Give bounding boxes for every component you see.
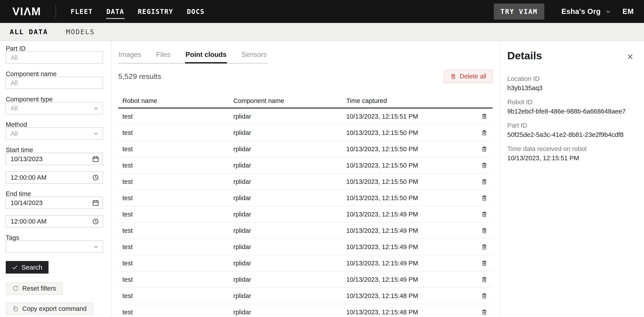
delete-row-button[interactable]: [481, 293, 488, 299]
start-clock-input[interactable]: 12:00:00 AM: [6, 171, 103, 184]
clock-icon[interactable]: [92, 174, 99, 181]
topnav-right: TRY VIAM Esha's Org EM: [494, 3, 634, 20]
data-type-tab[interactable]: Sensors: [241, 47, 267, 63]
delete-row-button[interactable]: [481, 244, 488, 250]
delete-row-button[interactable]: [481, 146, 488, 152]
delete-row-button[interactable]: [481, 260, 488, 267]
cell-robot-name: test: [118, 194, 229, 202]
table-row[interactable]: test rplidar 10/13/2023, 12:15:51 PM: [118, 108, 492, 125]
data-type-tab[interactable]: Images: [118, 47, 142, 63]
subnav-tab[interactable]: MODELS: [66, 28, 94, 36]
chevron-down-icon: [605, 8, 611, 14]
refresh-icon: [12, 286, 18, 292]
avatar[interactable]: EM: [622, 7, 634, 16]
cell-component-name: rplidar: [229, 162, 342, 169]
table-row[interactable]: test rplidar 10/13/2023, 12:15:50 PM: [118, 190, 492, 206]
filter-component-name: Component name: [6, 70, 103, 89]
try-viam-button[interactable]: TRY VIAM: [494, 3, 544, 20]
calendar-icon[interactable]: [92, 156, 99, 162]
trash-icon: [450, 73, 456, 80]
delete-row-button[interactable]: [481, 195, 488, 201]
data-type-tab[interactable]: Point clouds: [185, 47, 227, 63]
results-header: 5,529 results Delete all: [118, 70, 492, 83]
delete-row-button[interactable]: [481, 162, 488, 169]
filter-part-id: Part ID: [6, 45, 103, 64]
table-row[interactable]: test rplidar 10/13/2023, 12:15:48 PM: [118, 288, 492, 304]
cell-component-name: rplidar: [229, 194, 342, 202]
component-type-select[interactable]: All: [6, 102, 103, 114]
end-clock-input[interactable]: 12:00:00 AM: [6, 215, 103, 228]
details-field: Part ID 50f25de2-5a3c-41e2-8b81-23e2f9b4…: [507, 122, 634, 138]
table-row[interactable]: test rplidar 10/13/2023, 12:15:49 PM: [118, 239, 492, 255]
trash-icon: [481, 260, 488, 267]
cell-time-captured: 10/13/2023, 12:15:48 PM: [342, 309, 476, 316]
table-row[interactable]: test rplidar 10/13/2023, 12:15:49 PM: [118, 272, 492, 288]
org-switcher[interactable]: Esha's Org: [562, 7, 611, 16]
details-field: Robot ID 9b12ebcf-bfe8-486e-988b-6a66864…: [507, 98, 634, 115]
close-details-button[interactable]: [626, 53, 634, 60]
cell-component-name: rplidar: [229, 276, 342, 283]
cell-time-captured: 10/13/2023, 12:15:49 PM: [342, 260, 476, 267]
table-row[interactable]: test rplidar 10/13/2023, 12:15:49 PM: [118, 255, 492, 272]
component-name-input[interactable]: [6, 77, 103, 89]
filter-method: Method All: [6, 121, 103, 140]
delete-row-button[interactable]: [481, 211, 488, 218]
start-time-label: Start time: [6, 147, 103, 153]
nav-item[interactable]: FLEET: [70, 4, 93, 19]
trash-icon: [481, 276, 488, 283]
search-button-label: Search: [22, 264, 42, 271]
details-field-value: 50f25de2-5a3c-41e2-8b81-23e2f9b4cdf8: [507, 131, 634, 138]
trash-icon: [481, 129, 488, 136]
cell-robot-name: test: [118, 260, 229, 267]
cell-component-name: rplidar: [229, 227, 342, 234]
delete-row-button[interactable]: [481, 227, 488, 234]
start-time-value: 12:00:00 AM: [10, 174, 46, 181]
chevron-down-icon: [93, 105, 99, 111]
cell-time-captured: 10/13/2023, 12:15:50 PM: [342, 145, 476, 153]
table-row[interactable]: test rplidar 10/13/2023, 12:15:50 PM: [118, 174, 492, 190]
filter-component-type: Component type All: [6, 96, 103, 114]
delete-row-button[interactable]: [481, 129, 488, 136]
cell-time-captured: 10/13/2023, 12:15:49 PM: [342, 276, 476, 283]
cell-robot-name: test: [118, 243, 229, 251]
part-id-input[interactable]: [6, 51, 103, 64]
delete-row-button[interactable]: [481, 113, 488, 120]
part-id-label: Part ID: [6, 45, 103, 52]
table-row[interactable]: test rplidar 10/13/2023, 12:15:50 PM: [118, 141, 492, 157]
clock-icon[interactable]: [92, 218, 99, 225]
table-row[interactable]: test rplidar 10/13/2023, 12:15:49 PM: [118, 223, 492, 239]
start-date-input[interactable]: 10/13/2023: [6, 153, 103, 165]
calendar-icon[interactable]: [92, 200, 99, 206]
table-column-header: Time captured: [342, 97, 476, 108]
delete-all-button[interactable]: Delete all: [444, 70, 492, 83]
cell-time-captured: 10/13/2023, 12:15:49 PM: [342, 227, 476, 234]
delete-row-button[interactable]: [481, 178, 488, 185]
component-type-label: Component type: [6, 96, 103, 102]
cell-robot-name: test: [118, 292, 229, 300]
method-label: Method: [6, 121, 103, 128]
viam-logo[interactable]: VIΛM: [12, 6, 41, 17]
delete-row-button[interactable]: [481, 276, 488, 283]
cell-component-name: rplidar: [229, 309, 342, 316]
cell-component-name: rplidar: [229, 260, 342, 267]
copy-export-command-button[interactable]: Copy export command: [6, 303, 93, 315]
subnav-tab[interactable]: ALL DATA: [10, 28, 48, 36]
method-select[interactable]: All: [6, 127, 103, 140]
table-row[interactable]: test rplidar 10/13/2023, 12:15:48 PM: [118, 304, 492, 317]
tags-select[interactable]: [6, 241, 103, 253]
nav-item[interactable]: REGISTRY: [138, 4, 174, 19]
trash-icon: [481, 178, 488, 185]
nav-item[interactable]: DATA: [106, 4, 124, 19]
end-date-input[interactable]: 10/14/2023: [6, 197, 103, 209]
cell-time-captured: 10/13/2023, 12:15:48 PM: [342, 292, 476, 300]
nav-item[interactable]: DOCS: [186, 4, 205, 19]
details-field-label: Time data received on robot: [507, 145, 634, 153]
reset-filters-button[interactable]: Reset filters: [6, 282, 63, 295]
table-row[interactable]: test rplidar 10/13/2023, 12:15:50 PM: [118, 125, 492, 141]
table-row[interactable]: test rplidar 10/13/2023, 12:15:49 PM: [118, 206, 492, 223]
cell-robot-name: test: [118, 211, 229, 218]
data-type-tab[interactable]: Files: [156, 47, 171, 63]
search-button[interactable]: Search: [6, 261, 48, 274]
table-row[interactable]: test rplidar 10/13/2023, 12:15:50 PM: [118, 157, 492, 174]
delete-row-button[interactable]: [481, 309, 488, 316]
